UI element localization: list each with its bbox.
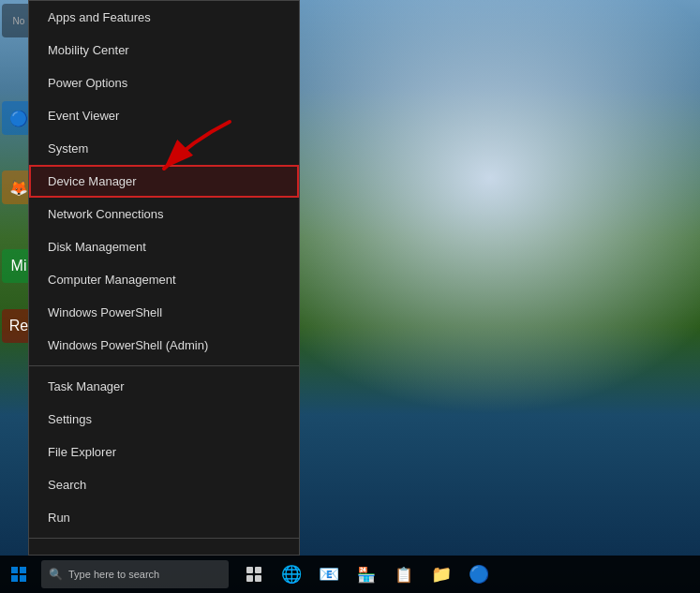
taskbar-chrome-icon[interactable]: 🔵 bbox=[461, 556, 497, 593]
svg-rect-7 bbox=[246, 575, 253, 582]
start-button[interactable] bbox=[0, 556, 37, 593]
menu-item-windows-powershell[interactable]: Windows PowerShell bbox=[29, 296, 299, 329]
svg-rect-6 bbox=[255, 567, 261, 573]
taskbar-pinned-icons: 🌐 📧 🏪 📋 📁 🔵 bbox=[236, 556, 497, 593]
svg-rect-8 bbox=[255, 575, 261, 582]
menu-item-computer-management[interactable]: Computer Management bbox=[29, 263, 299, 296]
menu-item-task-manager[interactable]: Task Manager bbox=[29, 370, 299, 403]
menu-item-event-viewer[interactable]: Event Viewer bbox=[29, 99, 299, 132]
separator-2 bbox=[29, 538, 299, 539]
menu-item-power-options[interactable]: Power Options bbox=[29, 67, 299, 99]
menu-item-settings[interactable]: Settings bbox=[29, 403, 299, 436]
taskbar-edge-icon[interactable]: 🌐 bbox=[274, 556, 309, 593]
svg-rect-4 bbox=[20, 575, 26, 582]
menu-item-file-explorer[interactable]: File Explorer bbox=[29, 436, 299, 468]
menu-item-disk-management[interactable]: Disk Management bbox=[29, 230, 299, 263]
menu-item-windows-powershell-admin[interactable]: Windows PowerShell (Admin) bbox=[29, 329, 299, 362]
menu-item-shut-down[interactable]: Shut down or sign out ► bbox=[29, 542, 299, 556]
svg-rect-5 bbox=[246, 567, 253, 573]
search-placeholder-text: Type here to search bbox=[68, 569, 159, 580]
taskbar-store-icon[interactable]: 🏪 bbox=[349, 556, 384, 593]
search-icon: 🔍 bbox=[49, 568, 63, 581]
menu-item-run[interactable]: Run bbox=[29, 501, 299, 534]
menu-item-network-connections[interactable]: Network Connections bbox=[29, 198, 299, 230]
menu-item-apps-features[interactable]: Apps and Features bbox=[29, 1, 299, 34]
taskbar: 🔍 Type here to search 🌐 📧 🏪 📋 📁 🔵 bbox=[0, 556, 700, 593]
taskbar-mail-icon[interactable]: 📧 bbox=[311, 556, 347, 593]
svg-rect-3 bbox=[11, 575, 18, 582]
svg-rect-1 bbox=[11, 567, 18, 573]
separator-1 bbox=[29, 365, 299, 366]
menu-item-device-manager[interactable]: Device Manager bbox=[29, 165, 299, 198]
menu-item-mobility-center[interactable]: Mobility Center bbox=[29, 34, 299, 67]
menu-item-system[interactable]: System bbox=[29, 132, 299, 165]
menu-item-search[interactable]: Search bbox=[29, 468, 299, 501]
taskbar-explorer-icon[interactable]: 📁 bbox=[424, 556, 459, 593]
context-menu: Apps and Features Mobility Center Power … bbox=[28, 0, 300, 556]
taskbar-task-view[interactable] bbox=[236, 556, 272, 593]
taskbar-search-box[interactable]: 🔍 Type here to search bbox=[41, 560, 229, 588]
submenu-arrow-icon: ► bbox=[270, 554, 280, 556]
svg-rect-2 bbox=[20, 567, 26, 573]
taskbar-outlook-icon[interactable]: 📋 bbox=[386, 556, 422, 593]
